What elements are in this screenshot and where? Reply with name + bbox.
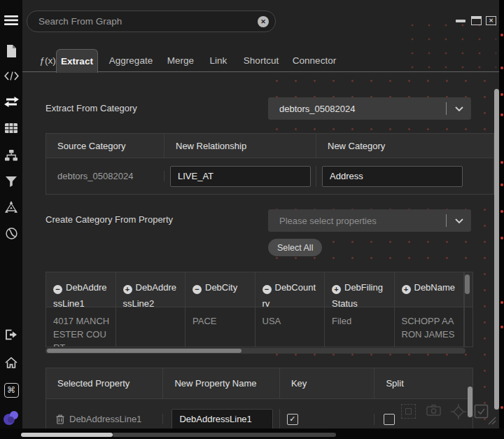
plus-circle-icon: + [332,285,341,294]
selection-area-icon [401,404,416,419]
properties-table: −DebAddressLine1 +DebAddressLine2 −DebCi… [46,272,473,347]
selected-table-vscrollbar[interactable] [468,386,472,417]
camera-icon [426,404,441,419]
property-column-header[interactable]: −DebCity [186,272,255,307]
table-scroll-gutter [464,307,472,347]
column-header: Split [374,368,472,398]
hscrollbar-thumb[interactable] [47,349,241,353]
property-sample-value [116,307,186,347]
property-column-header[interactable]: +DebAddressLine2 [116,272,186,307]
plus-circle-icon: + [123,285,132,294]
selected-property-name: DebAddressLine1 [69,414,141,424]
minus-circle-icon: − [262,285,272,294]
bottom-scroll-area [0,428,504,439]
properties-table-vscrollbar[interactable] [465,274,470,294]
resize-grip[interactable] [486,414,496,428]
property-column-header[interactable]: +DebName [395,272,465,307]
chevron-down-icon [455,218,463,223]
properties-select[interactable]: Please select properties [268,209,471,232]
column-header: New Category [316,134,493,158]
page-hscrollbar-thumb[interactable] [21,433,113,437]
tab-extract[interactable]: Extract [56,49,98,73]
tab-shortcut[interactable]: Shortcut [239,49,284,72]
tab-merge[interactable]: Merge [162,49,199,72]
selected-properties-table: Selected Property New Property Name Key … [46,368,473,428]
search-input[interactable] [27,16,258,27]
page-hscrollbar-track [112,433,336,437]
property-sample-value: 4017 MANCHESTER COURT [46,307,116,347]
table-grid-icon[interactable] [0,120,22,137]
property-sample-value: SCHOPP AARON JAMES [395,307,465,347]
minus-circle-icon: − [192,285,202,294]
document-icon[interactable] [0,43,22,60]
command-key-icon[interactable]: ⌘ [0,382,22,398]
window-edge [499,0,504,439]
table-row: 4017 MANCHESTER COURT PACE USA Filed SCH… [46,307,472,347]
category-select[interactable]: debtors_05082024 [268,97,471,120]
delete-icon[interactable] [56,414,64,424]
app-logo[interactable] [0,410,22,426]
content-vscrollbar[interactable] [494,89,499,410]
globe-icon[interactable] [0,225,22,242]
sitemap-icon[interactable] [0,147,22,164]
tab-connector[interactable]: Connector [289,49,340,72]
extract-from-category-label: Extract From Category [46,103,137,113]
source-category-value: debtors_05082024 [46,171,164,181]
category-select-value: debtors_05082024 [268,104,446,114]
main-panel: ✕ ✕ ƒ(x) Extract Aggregate Merge Link Sh… [22,0,499,428]
logout-icon[interactable] [0,326,22,343]
property-column-header[interactable]: +DebFilingStatus [325,272,395,307]
app-window: ⌘ ✕ ✕ ƒ(x) Extract Aggregate Merge Link [0,0,504,439]
close-button[interactable]: ✕ [486,16,496,25]
graph-search: ✕ [27,11,276,32]
property-column-header[interactable]: −DebAddressLine1 [46,272,116,307]
new-relationship-input[interactable] [170,166,311,187]
mapping-table: Source Category New Relationship New Cat… [46,133,494,195]
select-all-button[interactable]: Select All [268,239,322,256]
properties-select-placeholder: Please select properties [268,216,446,226]
new-property-name-input[interactable] [172,409,273,429]
property-sample-value: PACE [186,307,255,347]
table-row: debtors_05082024 [46,158,493,194]
key-checkbox[interactable]: ✓ [287,414,298,425]
new-category-input[interactable] [322,166,463,187]
tab-aggregate[interactable]: Aggregate [105,49,157,72]
maximize-button[interactable] [471,16,482,25]
minimize-button[interactable] [456,20,465,22]
column-header: New Relationship [164,134,316,158]
property-sample-value: USA [255,307,326,347]
menu-icon[interactable] [0,12,22,29]
chevron-down-icon [455,106,463,111]
property-column-header[interactable]: −DebCountry [255,272,326,307]
tab-link[interactable]: Link [204,49,232,72]
clear-search-icon[interactable]: ✕ [258,16,269,27]
column-header: Selected Property [46,368,163,398]
create-category-from-property-label: Create Category From Property [46,214,173,225]
swap-arrows-icon[interactable] [0,93,22,110]
filter-icon[interactable] [0,173,22,190]
plus-circle-icon: + [402,285,411,294]
left-toolbar: ⌘ [0,0,22,428]
dot-pattern [404,18,496,70]
column-header: Source Category [46,134,164,158]
column-header: Key [280,368,375,398]
minus-circle-icon: − [53,285,62,294]
properties-table-hscrollbar [46,348,465,354]
split-checkbox[interactable] [384,414,395,425]
home-icon[interactable] [0,354,22,371]
column-header: New Property Name [163,368,279,398]
crosshair-icon [451,404,465,419]
network-triangle-icon[interactable] [0,198,22,215]
code-icon[interactable] [0,67,22,84]
property-sample-value: Filed [325,307,395,347]
